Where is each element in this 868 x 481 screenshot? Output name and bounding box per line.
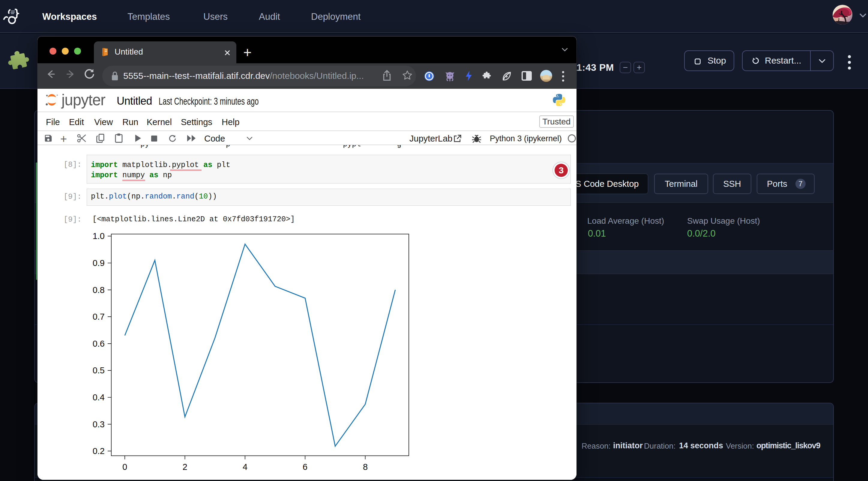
svg-text:0.2: 0.2 xyxy=(93,446,105,456)
svg-text:0.6: 0.6 xyxy=(93,339,105,348)
svg-text:0: 0 xyxy=(122,462,127,472)
svg-text:1.0: 1.0 xyxy=(93,231,105,241)
svg-text:0.8: 0.8 xyxy=(93,285,105,295)
svg-text:2: 2 xyxy=(182,462,187,472)
svg-text:6: 6 xyxy=(303,462,307,472)
svg-text:0.9: 0.9 xyxy=(93,258,105,268)
svg-text:0.5: 0.5 xyxy=(93,365,105,375)
svg-text:4: 4 xyxy=(243,462,247,472)
svg-text:0.3: 0.3 xyxy=(93,419,105,429)
svg-text:0.4: 0.4 xyxy=(93,392,105,402)
svg-text:0.7: 0.7 xyxy=(93,312,105,321)
svg-text:8: 8 xyxy=(363,462,368,472)
